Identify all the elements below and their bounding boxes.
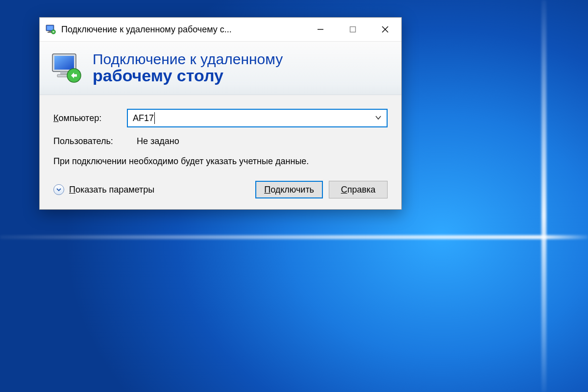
rdp-window: Подключение к удаленному рабочему с... xyxy=(39,17,402,210)
svg-rect-6 xyxy=(350,27,356,32)
desktop-background: Подключение к удаленному рабочему с... xyxy=(0,0,588,392)
credentials-info: При подключении необходимо будет указать… xyxy=(53,155,388,167)
chevron-down-circle-icon xyxy=(53,184,64,195)
svg-rect-10 xyxy=(54,56,74,70)
window-title: Подключение к удаленному рабочему с... xyxy=(61,24,232,35)
help-button[interactable]: Справка xyxy=(329,181,388,198)
rdp-titlebar-icon xyxy=(46,24,56,34)
rdp-header-icon xyxy=(49,51,84,85)
minimize-button[interactable] xyxy=(304,18,337,41)
computer-value: AF17 xyxy=(133,113,154,123)
svg-rect-2 xyxy=(49,31,51,32)
user-value: Не задано xyxy=(137,136,179,147)
maximize-button[interactable] xyxy=(337,18,369,41)
window-controls xyxy=(304,18,401,41)
connect-label: Подключить xyxy=(264,185,314,195)
user-label: Пользователь: xyxy=(53,136,127,147)
dialog-header: Подключение к удаленному рабочему столу xyxy=(40,41,401,95)
header-line2: рабочему столу xyxy=(93,67,283,85)
dialog-body: Компьютер: AF17 Пользователь: Не задано … xyxy=(40,95,401,209)
show-options-toggle[interactable]: Показать параметры xyxy=(53,184,154,195)
close-button[interactable] xyxy=(369,18,401,41)
titlebar[interactable]: Подключение к удаленному рабочему с... xyxy=(40,18,401,41)
header-line1: Подключение к удаленному xyxy=(93,51,283,67)
computer-combobox[interactable]: AF17 xyxy=(127,109,388,127)
connect-button[interactable]: Подключить xyxy=(255,181,323,198)
chevron-down-icon[interactable] xyxy=(375,113,382,123)
text-caret xyxy=(154,112,155,124)
show-options-label: Показать параметры xyxy=(69,185,154,195)
help-label: Справка xyxy=(341,185,376,195)
svg-rect-1 xyxy=(47,26,53,30)
computer-label: Компьютер: xyxy=(53,113,127,123)
